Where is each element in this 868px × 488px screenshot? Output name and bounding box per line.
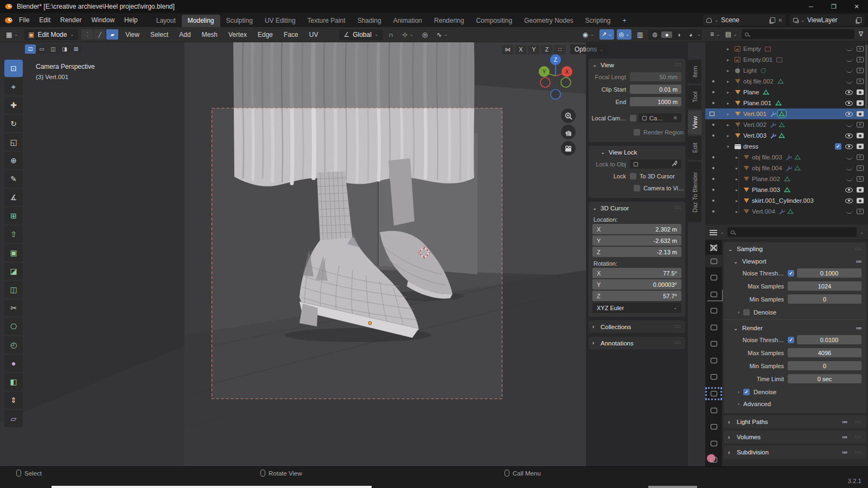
eye-closed-icon[interactable] (846, 166, 853, 170)
property-field[interactable]: 4096 (788, 348, 861, 357)
solid-shading-button[interactable]: ● (661, 31, 672, 38)
expand-arrow-icon[interactable] (727, 68, 734, 73)
toolbar-tool-button[interactable]: ◪ (4, 262, 23, 280)
object-name[interactable]: Empty (743, 46, 761, 52)
camera-enabled-icon[interactable] (857, 198, 864, 203)
clip-start-field[interactable]: 0.01 m (630, 85, 681, 94)
camera-disabled-icon[interactable] (857, 46, 864, 52)
expand-arrow-icon[interactable] (727, 47, 734, 52)
close-button[interactable]: ✕ (845, 0, 868, 13)
eye-open-icon[interactable] (845, 101, 853, 106)
toolbar-tool-button[interactable]: ● (4, 355, 23, 372)
object-name[interactable]: Plane.003 (752, 187, 780, 193)
outliner-funnel-icon[interactable]: ∇ (858, 30, 864, 38)
blender-logo-icon[interactable] (4, 17, 13, 24)
drag-mode-button[interactable]: ▭ (36, 44, 47, 54)
properties-tab[interactable] (705, 354, 722, 367)
toolbar-tool-button[interactable]: ↻ (4, 115, 23, 132)
properties-options-icon[interactable] (860, 230, 864, 235)
toolbar-tool-button[interactable]: ▣ (4, 244, 23, 261)
property-field[interactable]: 0 (788, 361, 861, 370)
toolbar-tool-button[interactable]: ⊡ (4, 60, 23, 77)
show-gizmo-button[interactable]: ↗ (599, 29, 614, 40)
toolbar-tool-button[interactable]: ⊕ (4, 152, 23, 169)
object-name[interactable]: obj file.002 (743, 78, 774, 85)
collection-checkbox[interactable] (835, 143, 841, 150)
workspace-tab[interactable]: Texture Paint (302, 15, 352, 27)
outliner-row[interactable]: Empty.001 (705, 54, 868, 65)
toolbar-tool-button[interactable]: ⇧ (4, 226, 23, 243)
n-panel-tab[interactable]: View (688, 111, 701, 134)
face-select-mode-button[interactable]: ▰ (106, 29, 118, 40)
panel-grip[interactable] (856, 247, 862, 252)
workspace-tab[interactable]: Shading (352, 15, 387, 27)
cursor-location-field[interactable]: Z-2.13 m (592, 247, 681, 257)
lock-to-3d-cursor-checkbox[interactable] (630, 173, 636, 179)
drag-mode-button[interactable]: ⊡ (25, 44, 36, 54)
n-panel-tab[interactable]: Tool (688, 85, 701, 109)
outliner-search-input[interactable] (742, 29, 854, 39)
viewport-menu[interactable]: View (122, 29, 143, 40)
menubar-menu[interactable]: Window (86, 15, 119, 25)
object-name[interactable]: Light (743, 67, 757, 74)
camera-disabled-icon[interactable] (857, 176, 864, 182)
preset-list-icon[interactable]: ≔ (842, 449, 848, 456)
viewport-menu[interactable]: UV (305, 29, 322, 40)
zoom-button[interactable] (561, 108, 576, 123)
drag-mode-button[interactable]: ◨ (59, 44, 70, 54)
menubar-menu[interactable]: Render (55, 15, 86, 25)
property-checkbox[interactable] (788, 270, 794, 277)
properties-tab[interactable] (705, 437, 722, 450)
expand-arrow-icon[interactable] (727, 123, 734, 127)
toolbar-tool-button[interactable]: ◫ (4, 281, 23, 298)
maximize-button[interactable]: ❐ (822, 0, 845, 13)
eye-closed-icon[interactable] (846, 210, 853, 214)
eye-closed-icon[interactable] (846, 156, 853, 159)
toolbar-tool-button[interactable]: ⎔ (4, 318, 23, 335)
eye-closed-icon[interactable] (846, 69, 853, 73)
object-name[interactable]: Vert.004 (752, 208, 775, 215)
expand-arrow-icon[interactable] (736, 177, 743, 182)
property-checkbox[interactable] (788, 337, 794, 343)
toolbar-tool-button[interactable]: ✂ (4, 299, 23, 317)
workspace-tab[interactable]: Compositing (470, 15, 518, 27)
toolbar-tool-button[interactable]: ◴ (4, 336, 23, 354)
toolbar-tool-button[interactable]: ∡ (4, 189, 23, 206)
properties-tab[interactable] (705, 370, 722, 383)
workspace-tab[interactable]: Rendering (428, 15, 470, 27)
local-camera-checkbox[interactable] (630, 115, 636, 121)
camera-disabled-icon[interactable] (857, 122, 864, 127)
rotation-mode-dropdown[interactable]: XYZ Euler (592, 303, 681, 313)
toolbar-tool-button[interactable]: ⊞ (4, 207, 23, 224)
camera-disabled-icon[interactable] (857, 155, 864, 160)
viewport-denoise-toggle[interactable]: Denoise (724, 306, 866, 318)
workspace-tab[interactable]: UV Editing (259, 15, 302, 27)
eye-closed-icon[interactable] (846, 177, 853, 181)
lock-to-object-field[interactable] (630, 159, 681, 169)
preset-list-icon[interactable]: ≔ (842, 434, 848, 441)
outliner-row[interactable]: Plane.003 (705, 184, 868, 195)
expand-arrow-icon[interactable] (736, 155, 743, 160)
properties-tab[interactable] (705, 321, 722, 334)
camera-disabled-icon[interactable] (857, 68, 864, 73)
properties-tab[interactable] (705, 271, 722, 284)
xray-toggle-button[interactable]: ▥ (634, 30, 646, 40)
properties-tab[interactable] (705, 255, 722, 268)
eye-open-icon[interactable] (845, 144, 853, 149)
eye-open-icon[interactable] (845, 133, 853, 138)
n-panel-tab[interactable]: Edit (688, 136, 701, 160)
outliner-row[interactable]: Vert.002 (705, 119, 868, 130)
eye-open-icon[interactable] (845, 112, 853, 117)
camera-enabled-icon[interactable] (857, 144, 864, 149)
proportional-falloff-dropdown[interactable]: ∿ (433, 30, 450, 40)
toolbar-tool-button[interactable]: ✎ (4, 170, 23, 188)
denoise-checkbox[interactable] (743, 309, 750, 316)
viewlayer-selector[interactable]: ViewLayer (790, 15, 865, 25)
viewport-subpanel-header[interactable]: Viewport ≔ (724, 255, 866, 267)
view-panel-header[interactable]: View (589, 59, 685, 71)
denoise-checkbox[interactable] (743, 389, 750, 395)
expand-arrow-icon[interactable] (736, 166, 743, 171)
shading-dropdown-icon[interactable] (697, 32, 701, 37)
outliner-scrollbar[interactable] (865, 44, 867, 110)
editor-type-icon[interactable] (710, 229, 717, 235)
